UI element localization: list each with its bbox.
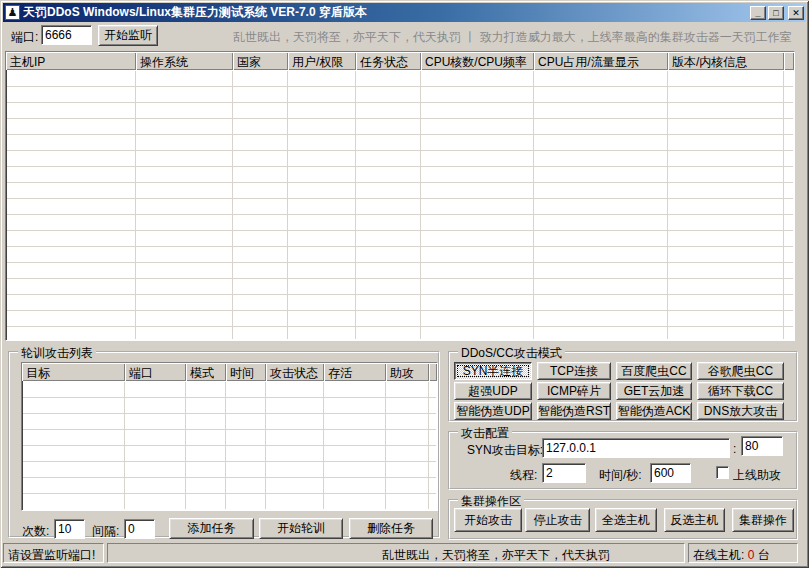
port-input[interactable] [41, 25, 92, 45]
attack-list-body [23, 382, 436, 509]
status-message: 请设置监听端口! [3, 543, 104, 563]
cluster-ops-group: 集群操作区 开始攻击 停止攻击 全选主机 反选主机 集群操作 [448, 499, 798, 540]
column-header[interactable]: 模式 [186, 363, 226, 381]
attack-list-group-title: 轮训攻击列表 [18, 345, 96, 362]
mode-baidu-cc-button[interactable]: 百度爬虫CC [616, 362, 692, 380]
select-all-hosts-button[interactable]: 全选主机 [595, 508, 657, 532]
column-header[interactable]: CPU核数/CPU频率 [421, 52, 534, 70]
close-button[interactable]: ✕ [788, 6, 804, 20]
attack-config-group: 攻击配置 SYN攻击目标: : 线程: 时间/秒: 上线助攻 [448, 431, 798, 490]
host-table: 主机IP 操作系统 国家 用户/权限 任务状态 CPU核数/CPU频率 CPU占… [5, 51, 795, 341]
cluster-operation-button[interactable]: 集群操作 [732, 508, 794, 532]
column-header[interactable]: 时间 [226, 363, 266, 381]
thread-input[interactable] [542, 463, 586, 483]
add-task-button[interactable]: 添加任务 [169, 518, 254, 539]
syn-target-label: SYN攻击目标: [467, 442, 543, 459]
attack-config-group-title: 攻击配置 [458, 425, 512, 442]
status-marquee: 乱世既出，天罚将至，亦平天下，代天执罚 [107, 543, 685, 563]
column-header[interactable]: 端口 [125, 363, 186, 381]
column-header[interactable]: CPU占用/流量显示 [534, 52, 668, 70]
online-hosts-unit: 台 [758, 548, 770, 562]
mode-fake-rst-button[interactable]: 智能伪造RST [537, 402, 611, 420]
start-polling-button[interactable]: 开始轮训 [259, 518, 343, 539]
invert-selection-button[interactable]: 反选主机 [664, 508, 725, 532]
times-input[interactable] [54, 519, 85, 539]
toolbar: 端口: 开始监听 乱世既出，天罚将至，亦平天下，代天执罚 丨 致力打造威力最大，… [3, 22, 806, 50]
mode-syn-button[interactable]: SYN半连接 [454, 362, 532, 380]
mode-fake-ack-button[interactable]: 智能伪造ACK [616, 402, 692, 420]
column-header[interactable]: 攻击状态 [266, 363, 324, 381]
mode-icmp-button[interactable]: ICMP碎片 [537, 382, 611, 400]
column-header[interactable]: 存活 [324, 363, 386, 381]
online-assist-checkbox[interactable] [716, 466, 729, 479]
attack-mode-group: DDoS/CC攻击模式 SYN半连接 TCP连接 百度爬虫CC 谷歌爬虫CC 超… [448, 351, 798, 422]
host-table-body [7, 71, 793, 339]
top-marquee-text: 乱世既出，天罚将至，亦平天下，代天执罚 丨 致力打造威力最大，上线率最高的集群攻… [233, 29, 799, 46]
attack-list-group: 轮训攻击列表 目标 端口 模式 时间 攻击状态 存活 助攻 [8, 351, 440, 538]
column-header[interactable]: 用户/权限 [288, 52, 356, 70]
column-header[interactable]: 版本/内核信息 [668, 52, 784, 70]
host-table-header: 主机IP 操作系统 国家 用户/权限 任务状态 CPU核数/CPU频率 CPU占… [6, 52, 794, 70]
column-header[interactable]: 国家 [233, 52, 288, 70]
column-header[interactable]: 操作系统 [136, 52, 233, 70]
mode-loop-download-button[interactable]: 循环下载CC [697, 382, 784, 400]
interval-label: 间隔: [92, 523, 119, 540]
stop-attack-button[interactable]: 停止攻击 [525, 508, 590, 532]
column-header[interactable]: 任务状态 [356, 52, 421, 70]
start-attack-button[interactable]: 开始攻击 [454, 508, 522, 532]
attack-mode-group-title: DDoS/CC攻击模式 [458, 345, 565, 362]
delete-task-button[interactable]: 删除任务 [349, 518, 433, 539]
statusbar: 请设置监听端口! 乱世既出，天罚将至，亦平天下，代天执罚 在线主机: 0 台 [3, 543, 806, 564]
window-title: 天罚DDoS Windows/Linux集群压力测试系统 VER-7.0 穿盾版… [23, 4, 750, 21]
mode-get-cloud-button[interactable]: GET云加速 [616, 382, 692, 400]
time-label: 时间/秒: [599, 467, 642, 484]
thread-label: 线程: [510, 467, 537, 484]
syn-port-input[interactable] [741, 436, 783, 456]
online-hosts-count: 0 [748, 548, 755, 562]
online-assist-label: 上线助攻 [733, 467, 781, 484]
mode-tcp-button[interactable]: TCP连接 [537, 362, 611, 380]
minimize-button[interactable]: _ [750, 6, 766, 20]
mode-fake-udp-button[interactable]: 智能伪造UDP [454, 402, 532, 420]
column-header[interactable]: 助攻 [386, 363, 429, 381]
maximize-button[interactable]: □ [768, 6, 784, 20]
times-label: 次数: [22, 523, 49, 540]
app-window: ♟ 天罚DDoS Windows/Linux集群压力测试系统 VER-7.0 穿… [0, 0, 809, 568]
attack-list-header: 目标 端口 模式 时间 攻击状态 存活 助攻 [22, 363, 437, 381]
column-header[interactable]: 主机IP [6, 52, 136, 70]
time-input[interactable] [650, 463, 691, 483]
syn-target-input[interactable] [542, 438, 730, 458]
mode-dns-amp-button[interactable]: DNS放大攻击 [697, 402, 784, 420]
target-port-separator: : [733, 442, 736, 456]
column-header[interactable]: 目标 [22, 363, 125, 381]
online-hosts-label: 在线主机: [693, 548, 744, 562]
titlebar: ♟ 天罚DDoS Windows/Linux集群压力测试系统 VER-7.0 穿… [3, 3, 806, 22]
port-label: 端口: [11, 29, 38, 46]
mode-udp-button[interactable]: 超强UDP [454, 382, 532, 400]
column-header-filler [429, 363, 437, 381]
column-header-filler [784, 52, 794, 70]
mode-google-cc-button[interactable]: 谷歌爬虫CC [697, 362, 784, 380]
app-icon: ♟ [5, 5, 20, 20]
start-listen-button[interactable]: 开始监听 [98, 25, 158, 46]
online-hosts-status: 在线主机: 0 台 [688, 543, 798, 563]
attack-list-table: 目标 端口 模式 时间 攻击状态 存活 助攻 [21, 362, 438, 511]
interval-input[interactable] [124, 519, 155, 539]
